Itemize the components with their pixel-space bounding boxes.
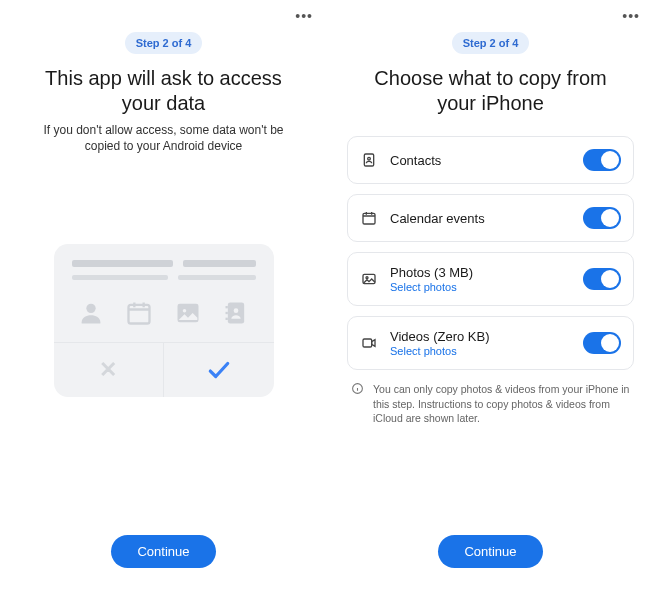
continue-button[interactable]: Continue — [438, 535, 542, 568]
image-icon — [171, 296, 205, 330]
svg-point-0 — [86, 304, 95, 313]
svg-rect-6 — [226, 312, 228, 314]
svg-rect-11 — [363, 213, 375, 224]
info-icon — [351, 382, 365, 396]
calendar-icon — [122, 296, 156, 330]
option-label: Calendar events — [390, 211, 571, 226]
toggle-photos[interactable] — [583, 268, 621, 290]
svg-point-10 — [368, 157, 371, 160]
svg-point-13 — [366, 277, 368, 279]
toggle-videos[interactable] — [583, 332, 621, 354]
page-title: This app will ask to access your data — [20, 66, 307, 116]
option-videos[interactable]: Videos (Zero KB) Select photos — [347, 316, 634, 370]
info-note: You can only copy photos & videos from y… — [347, 382, 634, 426]
step-badge: Step 2 of 4 — [125, 32, 203, 54]
svg-point-3 — [183, 309, 187, 313]
permission-illustration: ✕ — [54, 244, 274, 397]
calendar-icon — [360, 209, 378, 227]
option-label: Videos (Zero KB) — [390, 329, 571, 344]
page-title: Choose what to copy from your iPhone — [347, 66, 634, 116]
copy-options-list: Contacts Calendar events Photos (3 MB) S… — [347, 136, 634, 370]
svg-rect-7 — [226, 318, 228, 320]
select-photos-link[interactable]: Select photos — [390, 281, 571, 293]
screen-choose-copy: ••• Step 2 of 4 Choose what to copy from… — [327, 0, 654, 594]
svg-point-8 — [234, 309, 239, 314]
svg-rect-5 — [226, 306, 228, 308]
continue-button[interactable]: Continue — [111, 535, 215, 568]
option-photos[interactable]: Photos (3 MB) Select photos — [347, 252, 634, 306]
contacts-icon — [360, 151, 378, 169]
more-menu-icon[interactable]: ••• — [295, 8, 313, 24]
step-badge: Step 2 of 4 — [452, 32, 530, 54]
photos-icon — [360, 270, 378, 288]
option-label: Contacts — [390, 153, 571, 168]
toggle-calendar[interactable] — [583, 207, 621, 229]
deny-illustration-icon: ✕ — [54, 343, 164, 397]
toggle-contacts[interactable] — [583, 149, 621, 171]
person-icon — [74, 296, 108, 330]
info-text: You can only copy photos & videos from y… — [373, 382, 630, 426]
option-label: Photos (3 MB) — [390, 265, 571, 280]
allow-illustration-icon — [163, 343, 274, 397]
page-subtitle: If you don't allow access, some data won… — [20, 122, 307, 154]
option-contacts[interactable]: Contacts — [347, 136, 634, 184]
svg-rect-14 — [363, 339, 372, 347]
svg-rect-1 — [129, 305, 150, 324]
contacts-book-icon — [219, 296, 253, 330]
more-menu-icon[interactable]: ••• — [622, 8, 640, 24]
videos-icon — [360, 334, 378, 352]
screen-access-permission: ••• Step 2 of 4 This app will ask to acc… — [0, 0, 327, 594]
select-videos-link[interactable]: Select photos — [390, 345, 571, 357]
option-calendar[interactable]: Calendar events — [347, 194, 634, 242]
